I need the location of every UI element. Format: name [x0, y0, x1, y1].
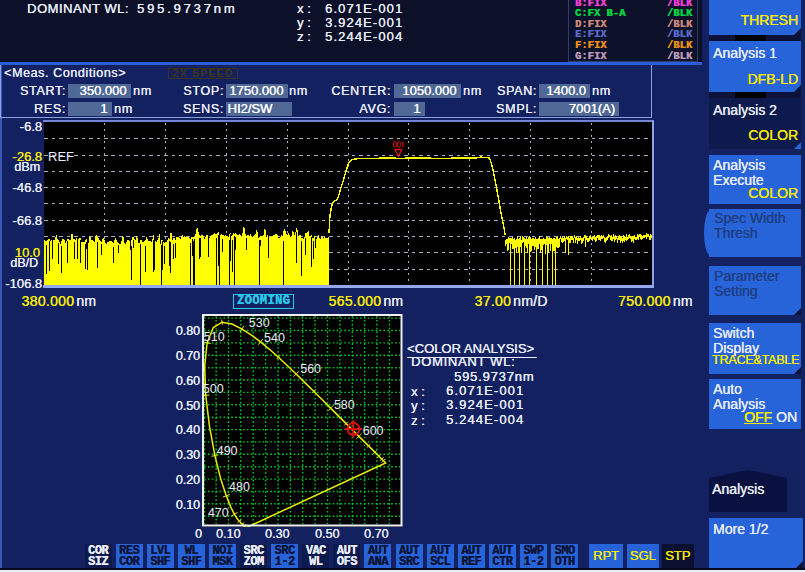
svg-text:560: 560: [300, 362, 321, 376]
svg-text:490: 490: [217, 444, 238, 458]
svg-text:540: 540: [264, 331, 285, 345]
svg-text:600: 600: [363, 424, 384, 438]
svg-text:REF: REF: [48, 149, 74, 164]
svg-text:480: 480: [229, 480, 250, 494]
svg-text:470: 470: [208, 506, 229, 520]
svg-text:580: 580: [334, 398, 355, 412]
svg-text:510: 510: [204, 330, 225, 344]
svg-text:530: 530: [249, 316, 270, 330]
svg-text:500: 500: [203, 382, 224, 396]
